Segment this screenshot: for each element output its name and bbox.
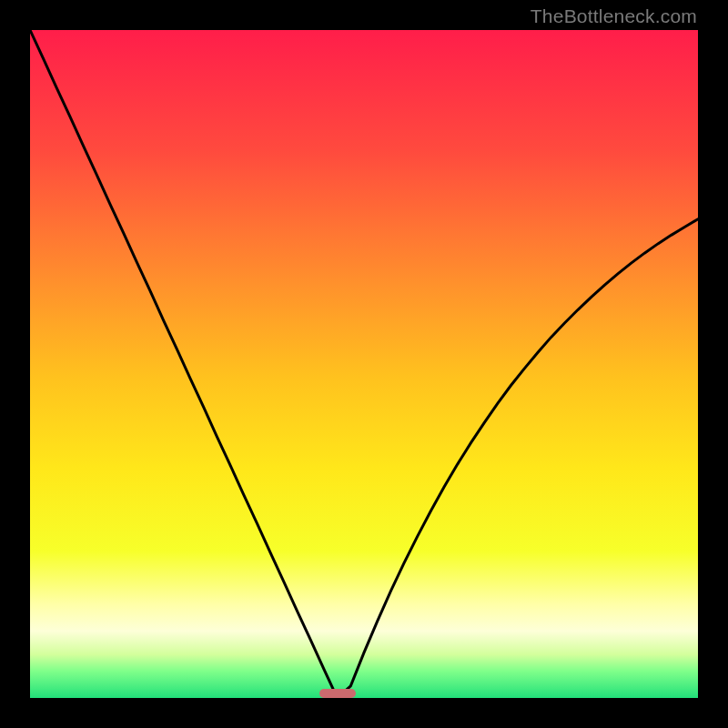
plot-area bbox=[30, 30, 698, 698]
watermark-text: TheBottleneck.com bbox=[531, 5, 697, 27]
bottleneck-curve bbox=[30, 30, 698, 698]
outer-frame: TheBottleneck.com bbox=[0, 0, 728, 728]
curve-layer bbox=[30, 30, 698, 698]
optimal-range-marker bbox=[319, 689, 356, 698]
